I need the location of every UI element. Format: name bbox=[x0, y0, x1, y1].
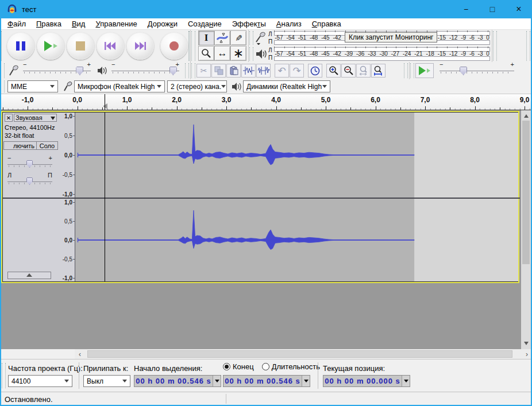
microphone-icon bbox=[8, 64, 20, 77]
playback-volume-slider[interactable]: − + bbox=[111, 66, 179, 75]
toolbar-grip[interactable] bbox=[191, 63, 195, 78]
track-pan-slider[interactable]: Л П bbox=[7, 177, 52, 186]
menu-item-0[interactable]: Файл bbox=[2, 19, 31, 29]
trim-audio-button[interactable] bbox=[241, 64, 256, 78]
toolbar-grip[interactable] bbox=[1, 63, 5, 78]
pause-button[interactable] bbox=[7, 32, 34, 60]
playback-meter[interactable]: -57-54-51-48-45-42-39-36-33-30-27-24-21-… bbox=[274, 47, 490, 61]
track-area[interactable]: ✕ Звуковая Стерео, 44100Hz 32-bit float … bbox=[0, 110, 532, 349]
dropdown-triangle-icon bbox=[304, 380, 309, 385]
horizontal-scrollbar[interactable]: ‹ › bbox=[75, 349, 532, 359]
paste-button[interactable] bbox=[226, 64, 241, 78]
toolbar-grip[interactable] bbox=[526, 31, 530, 61]
solo-button[interactable]: Соло bbox=[36, 141, 58, 150]
fit-selection-button[interactable] bbox=[356, 64, 371, 78]
track-format-label: Стерео, 44100Hz bbox=[5, 124, 55, 131]
toolbar-grip[interactable] bbox=[1, 80, 5, 92]
menu-item-2[interactable]: Вид bbox=[67, 19, 91, 29]
menu-item-6[interactable]: Эффекты bbox=[227, 19, 271, 29]
playback-meter-toolbar[interactable]: ЛП -57-54-51-48-45-42-39-36-33-30-27-24-… bbox=[249, 46, 492, 62]
playback-device-select[interactable]: Динамики (Realtek High D bbox=[243, 80, 330, 92]
menu-item-5[interactable]: Создание bbox=[183, 19, 227, 29]
ruler-label: 4,0 bbox=[271, 96, 281, 104]
vertical-ruler-left[interactable]: 1,00,50,0-0,5-1,0 bbox=[59, 113, 75, 198]
radio-length[interactable]: Длительность bbox=[262, 362, 320, 371]
toolbar-grip[interactable] bbox=[185, 63, 189, 78]
envelope-tool-button[interactable] bbox=[214, 30, 230, 45]
dropdown-triangle-icon bbox=[215, 380, 219, 385]
play-at-speed-button[interactable] bbox=[415, 63, 434, 78]
maximize-button[interactable]: □ bbox=[479, 0, 506, 18]
title-bar[interactable]: тест − □ × bbox=[0, 0, 532, 18]
toolbar-grip[interactable] bbox=[188, 31, 190, 61]
recording-channels-select[interactable]: 2 (стерео) кана. bbox=[167, 80, 227, 92]
toolbar-grip[interactable] bbox=[410, 63, 414, 78]
toolbar-grip[interactable] bbox=[249, 31, 253, 45]
timeline-ruler[interactable]: -1,00,01,02,03,04,05,06,07,08,09,0 bbox=[0, 94, 532, 110]
speed-thumb[interactable] bbox=[460, 67, 467, 75]
redo-button[interactable]: ↷ bbox=[290, 64, 304, 78]
track-collapse-button[interactable] bbox=[7, 272, 51, 279]
toolbar-grip[interactable] bbox=[404, 63, 408, 78]
audio-host-select[interactable]: MME bbox=[7, 80, 58, 92]
horizontal-scroll-thumb[interactable] bbox=[87, 350, 512, 358]
speaker-icon bbox=[97, 65, 108, 76]
menu-item-8[interactable]: Справка bbox=[307, 19, 346, 29]
toolbar-grip[interactable] bbox=[249, 47, 253, 61]
toolbar-grip[interactable] bbox=[493, 31, 497, 61]
recording-device-select[interactable]: Микрофон (Realtek High D bbox=[74, 80, 165, 92]
recording-volume-slider[interactable]: − + bbox=[23, 66, 91, 75]
copy-button[interactable] bbox=[211, 64, 226, 78]
project-rate-select[interactable]: 44100 bbox=[8, 375, 72, 387]
menu-item-1[interactable]: Правка bbox=[31, 19, 67, 29]
menu-item-7[interactable]: Анализ bbox=[271, 19, 307, 29]
menu-item-3[interactable]: Управление bbox=[90, 19, 142, 29]
track-name-menu[interactable]: Звуковая bbox=[14, 114, 57, 122]
vertical-scroll-thumb[interactable] bbox=[522, 121, 530, 264]
fit-project-button[interactable] bbox=[371, 64, 385, 78]
selection-tool-button[interactable]: I bbox=[198, 30, 214, 45]
sync-lock-button[interactable] bbox=[308, 64, 322, 78]
timefield-dropdown[interactable] bbox=[302, 376, 310, 386]
minimize-button[interactable]: − bbox=[453, 0, 479, 18]
waveform-channel-right[interactable] bbox=[75, 199, 518, 281]
vertical-ruler-right[interactable]: 1,00,50,0-0,5-1,0 bbox=[59, 199, 75, 281]
timefield-dropdown[interactable] bbox=[402, 376, 410, 386]
track-gain-slider[interactable]: − + bbox=[7, 160, 52, 169]
zoom-out-button[interactable] bbox=[341, 64, 356, 78]
ruler-label: 1,0 bbox=[122, 96, 132, 104]
playback-speed-slider[interactable]: − + bbox=[440, 66, 514, 75]
record-button[interactable] bbox=[160, 32, 188, 60]
menu-item-4[interactable]: Дорожки bbox=[142, 19, 183, 29]
audio-track[interactable]: ✕ Звуковая Стерео, 44100Hz 32-bit float … bbox=[1, 111, 519, 283]
cut-button[interactable]: ✂ bbox=[196, 64, 211, 78]
scroll-left-button[interactable]: ‹ bbox=[75, 349, 85, 359]
silence-audio-button[interactable] bbox=[256, 64, 271, 78]
vertical-scrollbar[interactable] bbox=[521, 110, 531, 349]
selection-end-field[interactable]: 00 h 00 m 00.546 s bbox=[223, 375, 310, 387]
radio-end[interactable]: Конец bbox=[223, 362, 254, 371]
toolbar-grip[interactable] bbox=[191, 31, 195, 61]
audio-position-field[interactable]: 00 h 00 m 00.000 s bbox=[323, 375, 410, 387]
scroll-up-button[interactable] bbox=[521, 110, 531, 119]
zoom-in-button[interactable] bbox=[326, 64, 341, 78]
zoom-tool-button[interactable] bbox=[198, 46, 214, 61]
timefield-dropdown[interactable] bbox=[213, 376, 221, 386]
track-close-button[interactable]: ✕ bbox=[5, 114, 13, 122]
skip-to-start-button[interactable] bbox=[97, 32, 124, 60]
close-button[interactable]: × bbox=[506, 0, 532, 18]
draw-tool-button[interactable]: ✎ bbox=[230, 30, 246, 45]
skip-to-end-button[interactable] bbox=[126, 32, 154, 60]
selection-start-field[interactable]: 00 h 00 m 00.546 s bbox=[134, 375, 221, 387]
waveform-channel-left[interactable] bbox=[75, 113, 518, 198]
playback-volume-thumb[interactable] bbox=[169, 67, 177, 75]
recording-volume-thumb[interactable] bbox=[76, 67, 83, 75]
undo-button[interactable]: ↶ bbox=[275, 64, 289, 78]
play-button[interactable] bbox=[37, 32, 64, 60]
multi-tool-button[interactable]: ∗ bbox=[230, 46, 246, 61]
stop-button[interactable] bbox=[67, 32, 94, 60]
snap-to-select[interactable]: Выкл bbox=[83, 375, 130, 387]
scroll-down-button[interactable] bbox=[521, 340, 531, 349]
toolbar-grip[interactable] bbox=[2, 363, 6, 388]
timeshift-tool-button[interactable]: ↔ bbox=[214, 46, 230, 61]
